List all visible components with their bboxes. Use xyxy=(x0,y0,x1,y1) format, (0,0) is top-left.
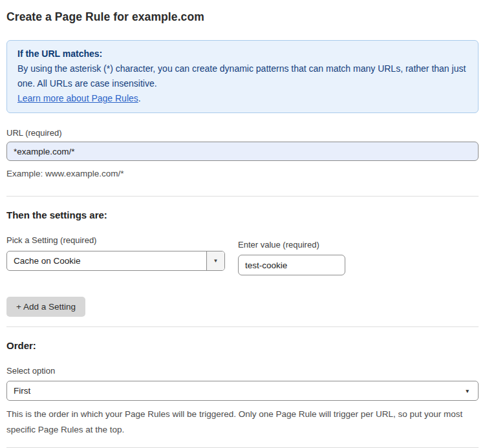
setting-value-label: Enter value (required) xyxy=(238,240,345,250)
chevron-down-icon[interactable]: ▼ xyxy=(206,251,224,270)
setting-value-input[interactable] xyxy=(238,255,345,275)
setting-value-column: Enter value (required) xyxy=(238,228,345,275)
divider xyxy=(6,196,479,197)
setting-picker-label: Pick a Setting (required) xyxy=(6,235,225,245)
url-example-text: Example: www.example.com/* xyxy=(6,167,479,180)
info-box-heading: If the URL matches: xyxy=(17,47,468,61)
setting-select-value: Cache on Cookie xyxy=(7,251,206,270)
order-select-label: Select option xyxy=(6,366,479,376)
setting-select[interactable]: Cache on Cookie ▼ xyxy=(6,251,225,271)
add-setting-button[interactable]: + Add a Setting xyxy=(6,297,85,317)
order-help-text: This is the order in which your Page Rul… xyxy=(6,407,479,438)
url-input[interactable] xyxy=(6,142,479,161)
page-title: Create a Page Rule for example.com xyxy=(6,10,479,24)
order-select[interactable]: First ▼ xyxy=(6,381,479,401)
chevron-down-icon: ▼ xyxy=(465,388,470,394)
info-box-body: By using the asterisk (*) character, you… xyxy=(17,61,468,91)
page-rule-form: Create a Page Rule for example.com If th… xyxy=(0,0,485,448)
info-box-link-line: Learn more about Page Rules. xyxy=(17,91,468,106)
settings-section-heading: Then the settings are: xyxy=(6,209,479,220)
divider xyxy=(6,326,479,327)
url-field-label: URL (required) xyxy=(6,128,479,138)
settings-row: Pick a Setting (required) Cache on Cooki… xyxy=(6,228,479,275)
learn-more-link[interactable]: Learn more about Page Rules xyxy=(17,93,138,103)
url-match-info-box: If the URL matches: By using the asteris… xyxy=(6,40,479,113)
order-section-heading: Order: xyxy=(6,340,479,351)
order-select-value: First xyxy=(14,386,30,396)
link-suffix: . xyxy=(138,93,141,103)
setting-picker-column: Pick a Setting (required) Cache on Cooki… xyxy=(6,228,225,271)
